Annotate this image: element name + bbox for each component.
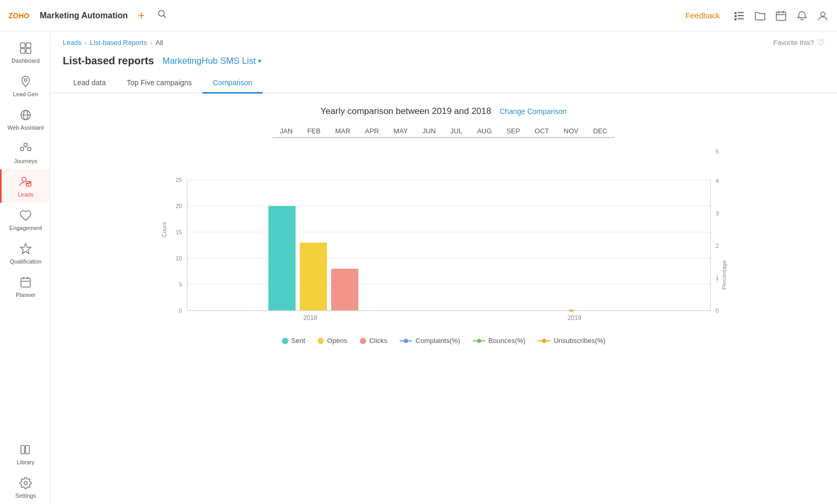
month-tab-may[interactable]: MAY bbox=[386, 125, 415, 138]
avatar[interactable] bbox=[817, 10, 829, 21]
search-button[interactable] bbox=[155, 8, 169, 23]
legend-opens: Opens bbox=[318, 337, 347, 345]
sidebar-item-planner[interactable]: Planner bbox=[0, 270, 50, 303]
settings-icon bbox=[18, 476, 33, 490]
bell-icon[interactable] bbox=[796, 10, 808, 21]
settings-label: Settings bbox=[15, 492, 36, 499]
legend-label-unsubscribes: Unsubscribes(%) bbox=[553, 337, 605, 345]
tab-comparison[interactable]: Comparison bbox=[202, 73, 263, 94]
breadcrumb-leads[interactable]: Leads bbox=[63, 39, 81, 47]
legend-label-clicks: Clicks bbox=[369, 337, 388, 345]
tabs: Lead data Top Five campaigns Comparison bbox=[50, 73, 837, 94]
library-icon bbox=[18, 442, 33, 457]
bell-icon-svg bbox=[796, 10, 808, 21]
breadcrumb-list-based-reports[interactable]: List-based Reports bbox=[90, 39, 147, 47]
legend-label-bounces: Bounces(%) bbox=[489, 337, 526, 345]
sidebar-item-web-assistant[interactable]: Web Assistant bbox=[0, 102, 50, 136]
svg-text:ZOHO: ZOHO bbox=[8, 12, 30, 20]
month-tab-apr[interactable]: APR bbox=[358, 125, 387, 138]
qualification-label: Qualification bbox=[10, 258, 42, 265]
calendar-icon-svg bbox=[775, 10, 787, 21]
chart-header: Yearly comparison between 2019 and 2018 … bbox=[63, 106, 824, 117]
svg-rect-14 bbox=[20, 43, 25, 48]
svg-rect-9 bbox=[776, 12, 786, 20]
month-tab-feb[interactable]: FEB bbox=[300, 125, 327, 138]
engagement-label: Engagement bbox=[9, 225, 42, 231]
breadcrumb-sep-1: › bbox=[84, 39, 86, 47]
sidebar-item-lead-gen[interactable]: Lead Gen bbox=[0, 69, 50, 102]
svg-text:1: 1 bbox=[716, 275, 719, 281]
month-tab-jan[interactable]: JAN bbox=[273, 125, 300, 138]
sidebar-item-settings[interactable]: Settings bbox=[0, 471, 50, 504]
month-tab-oct[interactable]: OCT bbox=[527, 125, 556, 138]
change-comparison-button[interactable]: Change Comparison bbox=[500, 107, 567, 116]
page-title: List-based reports bbox=[63, 55, 154, 67]
svg-rect-8 bbox=[738, 18, 744, 19]
month-tab-mar[interactable]: MAR bbox=[328, 125, 358, 138]
folder-icon[interactable] bbox=[754, 10, 766, 21]
journeys-icon bbox=[18, 141, 33, 156]
list-view-icon bbox=[733, 10, 745, 21]
tab-lead-data[interactable]: Lead data bbox=[63, 73, 116, 94]
svg-rect-5 bbox=[734, 15, 737, 17]
svg-text:Count: Count bbox=[161, 222, 167, 237]
svg-rect-6 bbox=[738, 15, 744, 16]
favorite-text: Favorite this? bbox=[773, 39, 814, 47]
main-layout: Dashboard Lead Gen Web Assistant bbox=[0, 31, 837, 504]
engagement-icon bbox=[18, 208, 33, 223]
heart-icon[interactable]: ♡ bbox=[817, 38, 824, 48]
month-tab-jun[interactable]: JUN bbox=[415, 125, 443, 138]
sidebar: Dashboard Lead Gen Web Assistant bbox=[0, 31, 50, 504]
journeys-label: Journeys bbox=[14, 158, 38, 164]
svg-text:5: 5 bbox=[716, 148, 719, 155]
user-avatar-icon bbox=[817, 10, 829, 21]
svg-text:3: 3 bbox=[716, 210, 719, 216]
feedback-button[interactable]: Feedback bbox=[681, 9, 724, 22]
list-icon[interactable] bbox=[733, 10, 745, 21]
web-assistant-icon bbox=[18, 108, 33, 122]
sidebar-item-dashboard[interactable]: Dashboard bbox=[0, 36, 50, 69]
calendar-icon[interactable] bbox=[775, 10, 787, 21]
chart-legend: SentOpensClicksComplaints(%)Bounces(%)Un… bbox=[63, 337, 824, 345]
svg-text:20: 20 bbox=[176, 203, 182, 209]
sidebar-item-engagement[interactable]: Engagement bbox=[0, 203, 50, 236]
sidebar-item-journeys[interactable]: Journeys bbox=[0, 136, 50, 169]
svg-text:0: 0 bbox=[716, 307, 719, 314]
svg-rect-15 bbox=[26, 43, 31, 48]
svg-text:2019: 2019 bbox=[568, 314, 582, 322]
month-tab-jul[interactable]: JUL bbox=[443, 125, 470, 138]
legend-dot-sent bbox=[282, 338, 288, 344]
qualification-icon bbox=[18, 242, 33, 256]
leads-label: Leads bbox=[18, 191, 33, 198]
topbar: ZOHO Marketing Automation + Feedback bbox=[0, 0, 837, 31]
month-tab-sep[interactable]: SEP bbox=[499, 125, 527, 138]
month-tab-aug[interactable]: AUG bbox=[470, 125, 499, 138]
svg-marker-30 bbox=[20, 244, 31, 254]
leads-icon bbox=[18, 175, 33, 189]
month-tab-nov[interactable]: NOV bbox=[557, 125, 586, 138]
add-button[interactable]: + bbox=[134, 8, 149, 23]
svg-point-13 bbox=[821, 12, 825, 16]
zoho-logo-svg: ZOHO bbox=[8, 10, 33, 21]
sidebar-item-qualification[interactable]: Qualification bbox=[0, 236, 50, 270]
planner-label: Planner bbox=[16, 292, 36, 298]
tab-top-five[interactable]: Top Five campaigns bbox=[116, 73, 202, 94]
bar-2018-sent bbox=[268, 206, 296, 311]
svg-rect-3 bbox=[734, 12, 737, 14]
svg-rect-23 bbox=[24, 143, 27, 146]
sidebar-item-leads[interactable]: Leads bbox=[0, 169, 50, 203]
sidebar-item-library[interactable]: Library bbox=[0, 437, 50, 471]
month-tab-dec[interactable]: DEC bbox=[586, 125, 615, 138]
legend-label-complaints: Complaints(%) bbox=[415, 337, 460, 345]
web-assistant-label: Web Assistant bbox=[7, 124, 44, 131]
svg-text:5: 5 bbox=[179, 281, 182, 288]
svg-rect-35 bbox=[21, 445, 25, 454]
svg-text:2018: 2018 bbox=[303, 314, 318, 322]
legend-unsubscribes: Unsubscribes(%) bbox=[538, 337, 605, 345]
search-icon bbox=[157, 9, 167, 19]
breadcrumb: Leads › List-based Reports › All bbox=[63, 39, 163, 47]
breadcrumb-row: Leads › List-based Reports › All Favorit… bbox=[50, 31, 837, 51]
svg-text:Percentage: Percentage bbox=[721, 260, 727, 290]
svg-rect-31 bbox=[21, 278, 30, 287]
list-selector[interactable]: MarketingHub SMS List ▾ bbox=[162, 56, 262, 66]
